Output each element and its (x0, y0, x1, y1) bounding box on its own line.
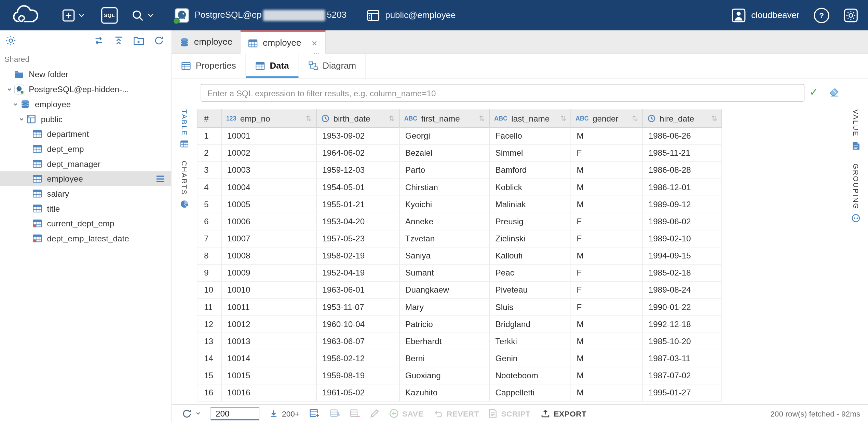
grid-cell[interactable]: 1954-05-01 (317, 179, 400, 196)
settings-gear-icon[interactable] (844, 8, 858, 22)
grid-cell[interactable]: Terkki (490, 333, 571, 350)
grid-cell[interactable]: 1985-02-18 (643, 265, 722, 282)
grid-cell[interactable]: Piveteau (490, 282, 571, 299)
grid-cell[interactable]: 1956-02-12 (317, 350, 400, 367)
tab-properties[interactable]: Properties (172, 54, 246, 78)
grid-cell[interactable]: 10001 (222, 128, 317, 145)
new-folder-icon[interactable] (133, 36, 144, 45)
row-limit-input[interactable] (211, 407, 259, 420)
save-button[interactable]: SAVE (389, 409, 423, 418)
grid-cell[interactable]: Simmel (490, 145, 571, 162)
grid-cell[interactable]: 1953-11-07 (317, 299, 400, 316)
column-header-last_name[interactable]: ABClast_name⇅ (490, 109, 571, 127)
grid-cell[interactable]: 1953-04-20 (317, 213, 400, 230)
grid-cell[interactable]: 10011 (222, 299, 317, 316)
column-header-first_name[interactable]: ABCfirst_name⇅ (400, 109, 490, 127)
presentation-tab-table[interactable]: TABLE (180, 109, 188, 147)
grid-cell[interactable]: 1960-10-04 (317, 316, 400, 333)
sync-connections-icon[interactable] (93, 35, 104, 46)
grid-cell[interactable]: 1990-01-22 (643, 299, 722, 316)
grid-cell[interactable]: 10016 (222, 384, 317, 402)
grid-cell[interactable]: Maliniak (490, 196, 571, 213)
grid-cell[interactable]: Bridgland (490, 316, 571, 333)
user-menu[interactable]: cloudbeaver (731, 8, 799, 22)
grid-cell[interactable]: Sluis (490, 299, 571, 316)
grid-cell[interactable]: M (571, 162, 643, 179)
grid-cell[interactable]: 1958-02-19 (317, 248, 400, 265)
grid-cell[interactable]: M (571, 196, 643, 213)
grid-cell[interactable]: F (571, 230, 643, 248)
export-button[interactable]: EXPORT (541, 409, 587, 418)
tree-item-menu-icon[interactable] (157, 175, 164, 182)
grid-cell[interactable]: Guoxiang (400, 367, 490, 384)
sort-icon[interactable]: ⇅ (632, 114, 638, 122)
grid-cell[interactable]: 1992-12-18 (643, 316, 722, 333)
grid-cell[interactable]: 10002 (222, 145, 317, 162)
column-header-emp_no[interactable]: 123emp_no⇅ (222, 109, 317, 127)
new-object-button[interactable] (62, 9, 84, 22)
grid-cell[interactable]: 1995-01-27 (643, 384, 722, 402)
tree-item-department[interactable]: department (0, 126, 171, 141)
tab-employee-database[interactable]: employee (172, 30, 241, 54)
grid-cell[interactable]: 10007 (222, 230, 317, 248)
grid-cell[interactable]: M (571, 350, 643, 367)
sort-icon[interactable]: ⇅ (306, 114, 312, 122)
grid-cell[interactable]: 1963-06-07 (317, 333, 400, 350)
grid-cell[interactable]: 1989-09-12 (643, 196, 722, 213)
grid-cell[interactable]: Zielinski (490, 230, 571, 248)
column-header-gender[interactable]: ABCgender⇅ (571, 109, 643, 127)
chevron-down-icon[interactable] (17, 116, 27, 122)
grid-cell[interactable]: Saniya (400, 248, 490, 265)
tab-employee-table[interactable]: employee × … (241, 30, 325, 54)
grid-cell[interactable]: 10015 (222, 367, 317, 384)
grid-cell[interactable]: M (571, 333, 643, 350)
grid-cell[interactable]: 10012 (222, 316, 317, 333)
grid-cell[interactable]: F (571, 145, 643, 162)
grid-cell[interactable]: 1964-06-02 (317, 145, 400, 162)
row-number-header[interactable]: # (197, 109, 222, 127)
grid-cell[interactable]: Nooteboom (490, 367, 571, 384)
sort-icon[interactable]: ⇅ (389, 114, 395, 122)
grid-cell[interactable]: Bamford (490, 162, 571, 179)
grid-cell[interactable]: Sumant (400, 265, 490, 282)
sort-icon[interactable]: ⇅ (711, 114, 717, 122)
grid-cell[interactable]: 1986-08-28 (643, 162, 722, 179)
help-icon[interactable]: ? (814, 8, 829, 23)
connection-selector[interactable]: PostgreSQL@ep5203 (175, 8, 347, 22)
grid-cell[interactable]: 1963-06-01 (317, 282, 400, 299)
refresh-icon[interactable] (154, 35, 164, 46)
grid-cell[interactable]: 1959-12-03 (317, 162, 400, 179)
grid-cell[interactable]: 10005 (222, 196, 317, 213)
schema-selector[interactable]: public@employee (366, 9, 456, 22)
grid-cell[interactable]: 1989-02-10 (643, 230, 722, 248)
grid-cell[interactable]: 10009 (222, 265, 317, 282)
column-header-hire_date[interactable]: hire_date⇅ (643, 109, 722, 127)
grid-cell[interactable]: 1989-06-02 (643, 213, 722, 230)
grid-cell[interactable]: 10010 (222, 282, 317, 299)
grid-cell[interactable]: 1986-06-26 (643, 128, 722, 145)
tree-item-new-folder[interactable]: New folder (0, 67, 171, 82)
tree-item-title[interactable]: title (0, 201, 171, 216)
grid-cell[interactable]: Berni (400, 350, 490, 367)
grid-cell[interactable]: M (571, 367, 643, 384)
grid-cell[interactable]: Parto (400, 162, 490, 179)
eraser-icon[interactable] (829, 87, 839, 97)
grid-cell[interactable]: 1987-03-11 (643, 350, 722, 367)
panel-tab-value[interactable]: VALUE (852, 109, 860, 150)
tree-item-current-dept-emp[interactable]: current_dept_emp (0, 216, 171, 231)
grid-cell[interactable]: Facello (490, 128, 571, 145)
grid-cell[interactable]: Kyoichi (400, 196, 490, 213)
grid-cell[interactable]: Kazuhito (400, 384, 490, 402)
grid-cell[interactable]: 1959-08-19 (317, 367, 400, 384)
grid-cell[interactable]: 10013 (222, 333, 317, 350)
sql-editor-button[interactable]: SQL (101, 7, 118, 24)
filter-input[interactable] (201, 84, 804, 102)
script-button[interactable]: SCRIPT (489, 409, 531, 418)
refresh-results-button[interactable] (182, 408, 201, 418)
tree-item-employee[interactable]: employee (0, 171, 171, 186)
grid-cell[interactable]: Patricio (400, 316, 490, 333)
duplicate-row-button[interactable] (330, 409, 340, 418)
grid-cell[interactable]: Genin (490, 350, 571, 367)
column-header-birth_date[interactable]: birth_date⇅ (317, 109, 400, 127)
tab-diagram[interactable]: Diagram (299, 54, 366, 78)
